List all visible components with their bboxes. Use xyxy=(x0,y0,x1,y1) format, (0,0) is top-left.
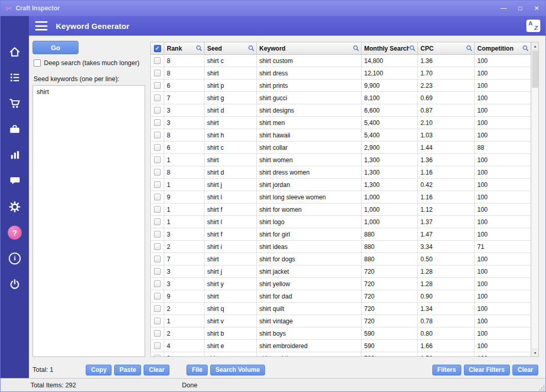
sidebar-item-chart[interactable] xyxy=(1,142,29,168)
scroll-up-icon[interactable]: ▲ xyxy=(532,42,539,50)
table-row[interactable]: 2shirt bshirt boys5900.80100 xyxy=(151,327,531,340)
row-checkbox[interactable] xyxy=(154,355,161,356)
table-row[interactable]: 3shirt jshirt jacket7201.28100 xyxy=(151,265,531,278)
table-row[interactable]: 9shirt lshirt long sleeve women1,0001.16… xyxy=(151,191,531,203)
resize-grip-icon[interactable] xyxy=(539,385,545,391)
table-row[interactable]: 7shirt gshirt gucci8,1000.69100 xyxy=(151,92,531,104)
select-all-checkbox[interactable]: ✓ xyxy=(154,45,161,52)
scrollbar-thumb[interactable] xyxy=(532,51,538,88)
sidebar-item-chat[interactable] xyxy=(1,168,29,194)
table-row[interactable]: 8shirt cshirt custom14,8001.36100 xyxy=(151,55,531,67)
row-checkbox[interactable] xyxy=(154,70,161,76)
clear-results-button[interactable]: Clear xyxy=(512,365,538,375)
sort-az-icon[interactable]: A Z xyxy=(526,20,540,32)
row-checkbox-cell xyxy=(151,142,164,153)
row-checkbox-cell xyxy=(151,166,164,178)
row-checkbox[interactable] xyxy=(154,218,161,225)
row-checkbox[interactable] xyxy=(154,280,161,287)
copy-button[interactable]: Copy xyxy=(86,365,112,375)
sidebar-item-home[interactable] xyxy=(1,39,29,65)
sidebar-item-power[interactable] xyxy=(1,271,29,297)
row-checkbox[interactable] xyxy=(154,169,161,176)
table-row[interactable]: 6shirt pshirt prints9,9002.23100 xyxy=(151,80,531,92)
column-header-monthly-search[interactable]: Monthly Search xyxy=(362,42,418,55)
column-header-seed[interactable]: Seed xyxy=(205,42,257,55)
row-checkbox[interactable] xyxy=(154,119,161,126)
search-icon[interactable] xyxy=(196,45,202,52)
row-checkbox[interactable] xyxy=(154,318,161,324)
clear-filters-button[interactable]: Clear Filters xyxy=(464,365,510,375)
file-button[interactable]: File xyxy=(186,365,208,375)
table-row[interactable]: 1shirt jshirt jordan1,3000.42100 xyxy=(151,179,531,191)
scroll-down-icon[interactable]: ▼ xyxy=(532,349,539,356)
row-checkbox[interactable] xyxy=(154,243,161,250)
table-row[interactable]: 2shirt qshirt quilt7201.34100 xyxy=(151,303,531,315)
table-row[interactable]: 3shirt yshirt yellow7201.28100 xyxy=(151,278,531,290)
row-checkbox[interactable] xyxy=(154,256,161,262)
row-checkbox[interactable] xyxy=(154,57,161,64)
table-row[interactable]: 1shirt lshirt logo1,0001.37100 xyxy=(151,216,531,228)
table-row[interactable]: 8shirtshirt dress12,1001.70100 xyxy=(151,67,531,80)
table-row[interactable]: 9shirtshirt for dad7200.90100 xyxy=(151,290,531,303)
row-checkbox[interactable] xyxy=(154,206,161,213)
row-checkbox[interactable] xyxy=(154,305,161,312)
search-icon[interactable] xyxy=(409,45,416,52)
column-header-keyword[interactable]: Keyword xyxy=(257,42,362,55)
sidebar-item-info[interactable]: i xyxy=(1,245,29,271)
filters-button[interactable]: Filters xyxy=(432,365,461,375)
column-header-competition[interactable]: Competition xyxy=(475,42,531,55)
sidebar-item-help[interactable]: ? xyxy=(1,219,29,245)
vertical-scrollbar[interactable]: ▲ ▼ xyxy=(531,42,538,356)
cell-cpc: 1.28 xyxy=(418,278,475,290)
row-checkbox[interactable] xyxy=(154,107,161,114)
window-maximize-button[interactable]: □ xyxy=(513,2,527,15)
chat-icon xyxy=(9,175,21,186)
row-checkbox[interactable] xyxy=(154,144,161,151)
clear-button[interactable]: Clear xyxy=(144,365,169,375)
table-row[interactable]: 2shirt ishirt ideas8803.3471 xyxy=(151,241,531,253)
sidebar-item-list[interactable] xyxy=(1,65,29,90)
row-checkbox[interactable] xyxy=(154,231,161,238)
menu-hamburger-icon[interactable] xyxy=(35,21,48,30)
table-row[interactable]: 7shirtshirt for dogs8800.50100 xyxy=(151,253,531,265)
row-checkbox[interactable] xyxy=(154,194,161,200)
deep-search-checkbox[interactable] xyxy=(34,59,41,67)
row-checkbox[interactable] xyxy=(154,156,161,163)
table-row[interactable]: 3shirtshirt men5,4002.10100 xyxy=(151,117,531,129)
row-checkbox[interactable] xyxy=(154,132,161,138)
table-row[interactable]: 1shirtshirt women1,3001.36100 xyxy=(151,154,531,166)
row-checkbox[interactable] xyxy=(154,268,161,275)
column-header-cpc[interactable]: CPC xyxy=(418,42,475,55)
table-row[interactable]: 3shirt dshirt designs6,6000.87100 xyxy=(151,104,531,117)
table-row[interactable]: 8shirt dshirt dress women1,3001.16100 xyxy=(151,166,531,179)
search-volume-button[interactable]: Search Volume xyxy=(210,365,265,375)
row-checkbox[interactable] xyxy=(154,342,161,349)
table-row[interactable]: 4shirt eshirt embroidered5901.66100 xyxy=(151,340,531,352)
status-bar: Total Items: 292 Done xyxy=(1,378,546,391)
sidebar-item-toolbox[interactable] xyxy=(1,116,29,142)
table-row[interactable]: 8shirt hshirt hawaii5,4001.03100 xyxy=(151,129,531,142)
search-icon[interactable] xyxy=(248,45,255,52)
sidebar-item-cart[interactable] xyxy=(1,90,29,116)
table-row[interactable]: 6shirt cshirt collar2,9001.4488 xyxy=(151,142,531,154)
search-icon[interactable] xyxy=(353,45,360,52)
table-row[interactable]: 1shirt fshirt for women1,0001.12100 xyxy=(151,203,531,216)
row-checkbox[interactable] xyxy=(154,293,161,300)
sidebar-item-settings[interactable] xyxy=(1,194,29,219)
window-minimize-button[interactable]: — xyxy=(497,2,510,15)
search-icon[interactable] xyxy=(522,45,529,52)
window-close-button[interactable]: ✕ xyxy=(530,2,543,15)
table-row[interactable]: 1shirt vshirt vintage7200.78100 xyxy=(151,315,531,327)
row-checkbox[interactable] xyxy=(154,95,161,101)
seed-keywords-input[interactable]: shirt xyxy=(33,85,145,357)
table-row[interactable]: 3shirt ashirt and tie5901.52100 xyxy=(151,352,531,356)
window-title: Craft Inspector xyxy=(15,5,497,12)
row-checkbox[interactable] xyxy=(154,181,161,188)
paste-button[interactable]: Paste xyxy=(114,365,141,375)
search-icon[interactable] xyxy=(466,45,473,52)
row-checkbox[interactable] xyxy=(154,330,161,337)
table-row[interactable]: 3shirt fshirt for girl8801.47100 xyxy=(151,228,531,241)
column-header-rank[interactable]: Rank xyxy=(164,42,205,55)
go-button[interactable]: Go xyxy=(33,41,79,54)
row-checkbox[interactable] xyxy=(154,82,161,89)
